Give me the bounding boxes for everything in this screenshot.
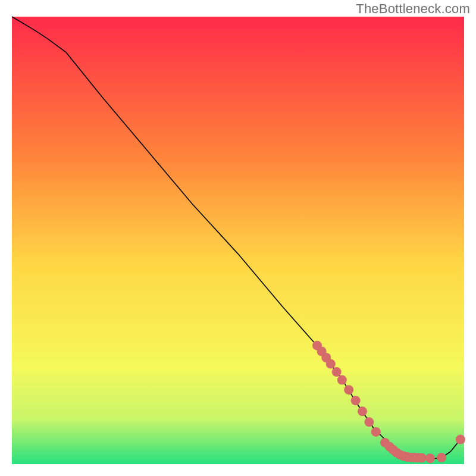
plot-background bbox=[12, 17, 464, 464]
data-point bbox=[425, 453, 435, 463]
data-point bbox=[326, 359, 336, 369]
data-point bbox=[344, 385, 353, 394]
data-point bbox=[358, 406, 367, 416]
data-point bbox=[332, 367, 342, 377]
data-point bbox=[364, 417, 374, 427]
data-point bbox=[371, 427, 381, 437]
data-point bbox=[437, 453, 446, 462]
bottleneck-chart bbox=[0, 0, 476, 476]
data-point bbox=[456, 435, 465, 444]
data-point bbox=[351, 396, 361, 405]
chart-stage: TheBottleneck.com bbox=[0, 0, 476, 476]
data-point bbox=[417, 453, 427, 463]
data-point bbox=[337, 375, 347, 385]
